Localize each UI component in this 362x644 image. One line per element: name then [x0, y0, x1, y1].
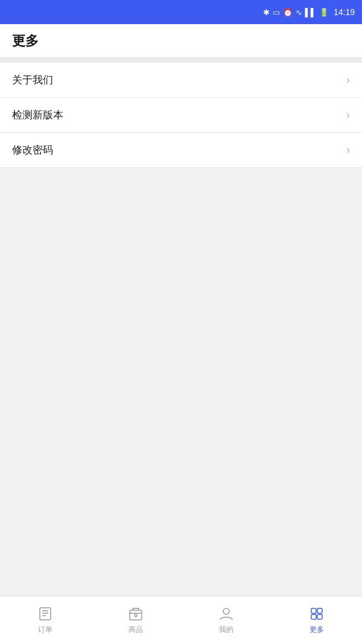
chevron-right-icon: ›	[346, 109, 350, 121]
menu-item-about-us[interactable]: 关于我们 ›	[0, 63, 362, 98]
svg-rect-10	[311, 614, 316, 619]
svg-rect-8	[311, 608, 316, 613]
svg-point-7	[223, 608, 229, 614]
menu-item-change-password[interactable]: 修改密码 ›	[0, 133, 362, 168]
chevron-right-icon: ›	[346, 74, 350, 86]
page-title: 更多	[12, 32, 39, 50]
menu-item-about-us-label: 关于我们	[12, 73, 53, 87]
tab-products[interactable]: 商品	[91, 596, 181, 644]
mute-icon: ▭	[273, 8, 280, 17]
tab-more[interactable]: 更多	[272, 596, 362, 644]
svg-rect-0	[40, 608, 51, 620]
svg-rect-9	[317, 608, 322, 613]
tab-mine-label: 我的	[219, 625, 233, 635]
svg-rect-4	[130, 610, 142, 620]
tab-orders-label: 订单	[38, 625, 52, 635]
tab-more-label: 更多	[310, 625, 324, 635]
battery-icon: 🔋	[319, 8, 329, 17]
bluetooth-icon: ✱	[263, 8, 270, 17]
chevron-right-icon: ›	[346, 144, 350, 156]
menu-item-check-version-label: 检测新版本	[12, 108, 63, 122]
status-time: 14:19	[334, 7, 355, 17]
wifi-icon: ∿	[296, 8, 302, 17]
tab-orders[interactable]: 订单	[0, 596, 91, 644]
content-area	[0, 168, 362, 596]
section-divider	[0, 58, 362, 63]
svg-point-6	[135, 614, 137, 617]
more-icon	[308, 605, 325, 622]
menu-list: 关于我们 › 检测新版本 › 修改密码 ›	[0, 63, 362, 168]
menu-item-check-version[interactable]: 检测新版本 ›	[0, 98, 362, 133]
menu-item-change-password-label: 修改密码	[12, 143, 53, 157]
alarm-icon: ⏰	[283, 8, 293, 17]
signal-icon: ▌▌	[305, 8, 316, 17]
tab-bar: 订单 商品 我的	[0, 596, 362, 644]
mine-icon	[218, 605, 235, 622]
products-icon	[127, 605, 144, 622]
svg-rect-11	[317, 614, 322, 619]
header: 更多	[0, 24, 362, 58]
status-icons: ✱ ▭ ⏰ ∿ ▌▌ 🔋	[263, 8, 329, 17]
status-bar: ✱ ▭ ⏰ ∿ ▌▌ 🔋 14:19	[0, 0, 362, 24]
orders-icon	[37, 605, 54, 622]
tab-mine[interactable]: 我的	[181, 596, 272, 644]
tab-products-label: 商品	[129, 625, 143, 635]
